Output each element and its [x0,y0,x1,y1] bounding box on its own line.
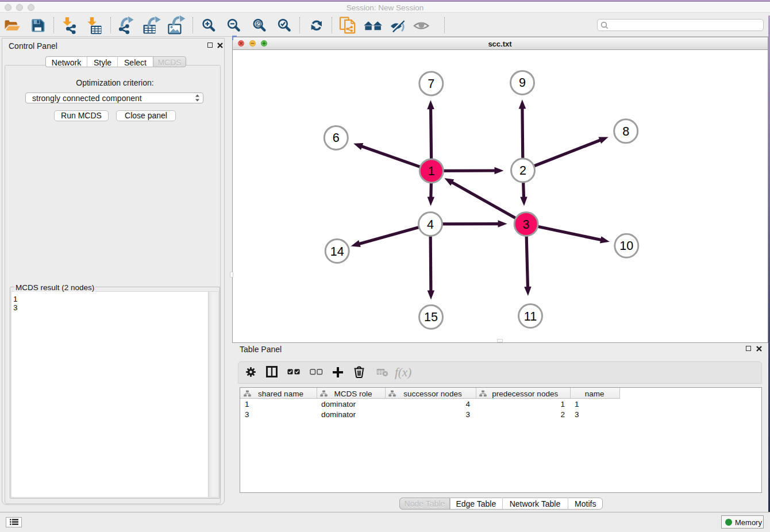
svg-text:7: 7 [428,77,434,91]
svg-text:10: 10 [619,239,633,253]
svg-text:1: 1 [428,164,435,178]
svg-text:2: 2 [519,164,526,178]
svg-text:15: 15 [424,310,438,324]
svg-text:3: 3 [523,218,530,232]
svg-text:6: 6 [333,131,340,145]
svg-text:9: 9 [519,76,526,90]
svg-text:4: 4 [427,218,434,232]
svg-text:8: 8 [622,125,629,138]
svg-text:11: 11 [524,310,537,323]
svg-text:14: 14 [330,245,344,259]
